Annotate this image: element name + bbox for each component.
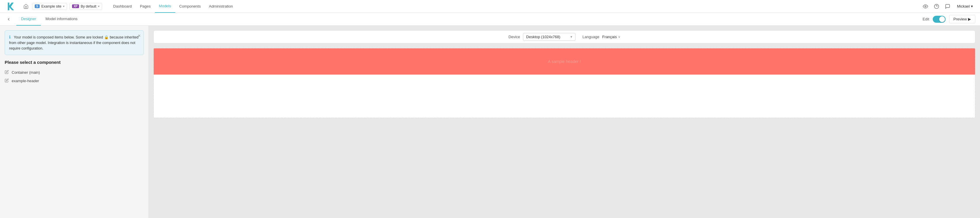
info-icon: ℹ [9, 35, 11, 39]
site-badge: S [35, 4, 40, 8]
xp-badge: XP [72, 4, 79, 8]
chat-icon[interactable] [943, 2, 952, 11]
tab-designer[interactable]: Designer [16, 13, 41, 25]
sample-header-text: A sample header ! [548, 59, 581, 64]
edit-toggle[interactable] [933, 16, 946, 23]
device-label: Device [508, 35, 520, 39]
nav-administration[interactable]: Administration [205, 0, 237, 13]
device-chevron: ▾ [571, 35, 572, 39]
home-icon[interactable] [20, 4, 32, 9]
user-chevron: ▾ [971, 4, 973, 8]
component-name: example-header [12, 79, 39, 83]
preview-frame: A sample header ! [153, 48, 975, 118]
top-right-actions: Mickael ▾ [921, 2, 975, 11]
second-bar-right: Edit Preview ▶ [923, 15, 975, 23]
nav-models[interactable]: Models [155, 0, 175, 13]
user-name: Mickael [957, 4, 970, 8]
section-title: Please select a component [5, 60, 144, 65]
site-name: Example site [41, 4, 62, 8]
device-group: Device Desktop (1024x768) ▾ [508, 33, 576, 41]
tab-model-informations[interactable]: Model informations [41, 13, 82, 25]
logo [5, 0, 16, 13]
device-select[interactable]: Desktop (1024x768) ▾ [523, 33, 576, 41]
top-bar: S Example site ▾ XP By default ▾ Dashboa… [0, 0, 980, 13]
back-button[interactable] [5, 15, 13, 23]
language-select[interactable]: Français ∨ [602, 35, 620, 39]
left-panel: ℹ Your model is composed items below. So… [0, 25, 149, 218]
preview-empty-area [154, 75, 975, 110]
list-item[interactable]: Container (main) [5, 68, 144, 76]
site-chevron: ▾ [63, 5, 64, 8]
edit-icon [5, 70, 9, 75]
svg-point-0 [925, 6, 926, 7]
nav-pages[interactable]: Pages [136, 0, 155, 13]
main-content: ℹ Your model is composed items below. So… [0, 25, 980, 218]
eye-icon[interactable] [921, 2, 929, 11]
language-chevron: ∨ [618, 35, 620, 39]
sample-header: A sample header ! [154, 48, 975, 75]
component-list: Container (main) example-header [5, 68, 144, 85]
nav-components[interactable]: Components [175, 0, 205, 13]
second-bar: Designer Model informations Edit Preview… [0, 13, 980, 25]
list-item[interactable]: example-header [5, 76, 144, 85]
device-value: Desktop (1024x768) [526, 35, 560, 39]
edit-label: Edit [923, 17, 929, 21]
alert-text: Your model is composed items below. Some… [9, 35, 138, 51]
language-group: Language Français ∨ [582, 35, 620, 39]
language-value: Français [602, 35, 617, 39]
right-panel: Device Desktop (1024x768) ▾ Language Fra… [149, 25, 980, 218]
preview-toolbar: Device Desktop (1024x768) ▾ Language Fra… [153, 30, 975, 43]
site-selector[interactable]: S Example site ▾ [32, 3, 67, 10]
preview-button[interactable]: Preview ▶ [949, 15, 975, 23]
xp-selector[interactable]: XP By default ▾ [69, 3, 102, 10]
help-icon[interactable] [932, 2, 940, 11]
user-menu[interactable]: Mickael ▾ [955, 3, 975, 10]
language-label: Language [582, 35, 600, 39]
alert-box: ℹ Your model is composed items below. So… [5, 30, 144, 55]
component-name: Container (main) [12, 70, 40, 75]
preview-arrow: ▶ [968, 17, 971, 21]
alert-close-button[interactable]: × [138, 33, 141, 38]
preview-label: Preview [953, 17, 967, 21]
nav-dashboard[interactable]: Dashboard [109, 0, 136, 13]
main-nav: Dashboard Pages Models Components Admini… [109, 0, 921, 13]
xp-name: By default [81, 4, 96, 8]
xp-chevron: ▾ [98, 5, 99, 8]
edit-icon [5, 78, 9, 83]
